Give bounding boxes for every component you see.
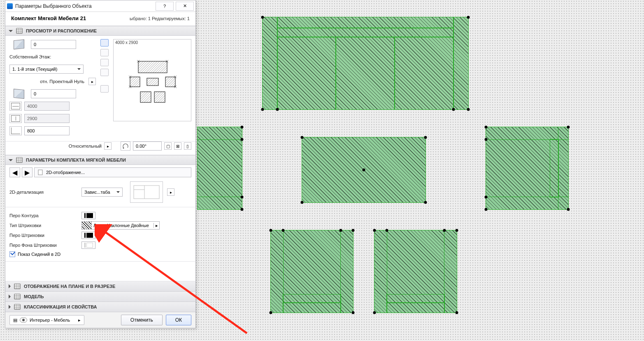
hatch-bg-pen-control[interactable] [81, 241, 95, 249]
caret-down-icon [116, 191, 120, 193]
hatch-swatch-icon [82, 222, 92, 229]
help-button[interactable]: ? [156, 2, 174, 11]
own-story-label: Собственный Этаж: [9, 54, 51, 59]
layer-selector[interactable]: ▤ Интерьер - Мебель ▸ [9, 315, 84, 325]
preview-svg [114, 47, 192, 121]
section-params-body: ◀ ▶ 2D-отображение... 2D-детализация Зав… [5, 165, 195, 262]
object-name: Комплект Мягкой Мебели 21 [11, 15, 86, 21]
svg-rect-3 [165, 77, 175, 87]
nav-path[interactable]: 2D-отображение... [34, 167, 191, 177]
chevron-right-icon [9, 295, 11, 299]
dialog-footer: ▤ Интерьер - Мебель ▸ Отменить ОК [5, 312, 195, 328]
mirror-toggle-button[interactable]: ⊠ [174, 142, 181, 150]
preview-dim: 4000 x 2900 [115, 40, 138, 45]
detail-popup-icon[interactable]: ▸ [167, 188, 174, 196]
own-story-combo[interactable]: 1. 1-й этаж (Текущий) [9, 65, 84, 74]
svg-rect-1 [138, 61, 167, 73]
view-info-button[interactable] [100, 85, 109, 93]
view-3d-button[interactable] [100, 59, 109, 66]
mirror-x-button[interactable]: ▢ [164, 142, 172, 150]
dim-y-input[interactable] [24, 114, 70, 123]
z-bottom-input[interactable] [31, 89, 76, 98]
ok-button[interactable]: ОК [166, 315, 191, 325]
preview-box: 4000 x 2900 [113, 39, 191, 121]
svg-rect-2 [130, 77, 140, 87]
dim-z-input[interactable] [24, 126, 70, 135]
section-model-head[interactable]: МОДЕЛЬ [5, 292, 195, 302]
nav-crumb: 2D-отображение... [46, 170, 85, 175]
section-icon [16, 157, 23, 163]
rotation-input[interactable] [133, 142, 162, 151]
svg-rect-5 [140, 92, 151, 102]
page-icon [38, 169, 43, 175]
hatch-arrow-icon: ▸ [153, 223, 159, 228]
dim-y-icon [9, 114, 22, 123]
detail-label: 2D-детализация [9, 190, 77, 195]
mirror-y-button[interactable]: ▯ [184, 142, 191, 150]
show-seats-checkbox[interactable] [9, 251, 15, 257]
section-preview-head[interactable]: ПРОСМОТР И РАСПОЛОЖЕНИЕ [5, 26, 195, 36]
layer-name: Интерьер - Мебель [30, 318, 70, 322]
titlebar[interactable]: Параметры Выбранного Объекта ? ✕ [5, 0, 195, 12]
rotation-label: Относительный [69, 144, 102, 148]
svg-rect-4 [147, 78, 158, 86]
detail-combo[interactable]: Завис...таба [81, 188, 123, 197]
dialog-title: Параметры Выбранного Объекта [15, 3, 153, 9]
preview-mode-tools [100, 39, 109, 136]
armchair-bottom-right[interactable] [374, 230, 457, 313]
rotation-icon [121, 142, 130, 151]
detail-preview[interactable] [130, 181, 163, 203]
z-top-input[interactable] [31, 40, 76, 49]
section-classif-head[interactable]: КЛАССИФИКАЦИЯ И СВОЙСТВА [5, 302, 195, 312]
view-2d-button[interactable] [100, 39, 109, 46]
nav-back-button[interactable]: ◀ [9, 167, 20, 177]
close-button[interactable]: ✕ [176, 2, 194, 11]
armchair-right[interactable] [486, 127, 568, 209]
view-front-button[interactable] [100, 49, 109, 56]
cancel-button[interactable]: Отменить [121, 315, 163, 325]
object-settings-dialog: Параметры Выбранного Объекта ? ✕ Комплек… [5, 0, 196, 328]
section-icon [14, 294, 21, 299]
contour-pen-control[interactable] [81, 212, 95, 219]
eye-icon [20, 318, 27, 322]
elevation-bottom-icon [14, 89, 24, 99]
proj-zero-popup-icon[interactable]: ▸ [88, 78, 96, 85]
svg-rect-6 [154, 92, 165, 102]
detail-value: Завис...таба [84, 190, 110, 195]
armchair-bottom-left[interactable] [271, 230, 353, 313]
section-preview-body: Собственный Этаж: 1. 1-й этаж (Текущий) … [5, 36, 195, 142]
app-icon [7, 3, 13, 9]
svg-rect-20 [38, 170, 42, 175]
svg-marker-19 [123, 148, 124, 149]
sofa-top[interactable] [263, 17, 468, 109]
chevron-down-icon [9, 30, 13, 32]
view-list-button[interactable] [100, 69, 109, 76]
subtitle-bar: Комплект Мягкой Мебели 21 ыбрано: 1 Реда… [5, 12, 195, 26]
dim-z-icon [9, 126, 22, 135]
hatch-type-control[interactable]: Линии Наклонные Двойные ▸ [81, 221, 160, 230]
section-params-head[interactable]: ПАРАМЕТРЫ КОМПЛЕКТА МЯГКОЙ МЕБЕЛИ [5, 155, 195, 165]
section-plan-title: ОТОБРАЖЕНИЕ НА ПЛАНЕ И В РАЗРЕЗЕ [24, 284, 115, 289]
show-seats-label: Показ Сидений в 2D [18, 252, 60, 257]
own-story-value: 1. 1-й этаж (Текущий) [12, 67, 57, 72]
hatch-pen-label: Перо Штриховки [9, 233, 77, 238]
nav-fwd-button[interactable]: ▶ [22, 167, 33, 177]
section-params-title: ПАРАМЕТРЫ КОМПЛЕКТА МЯГКОЙ МЕБЕЛИ [26, 158, 126, 162]
caret-down-icon [77, 68, 81, 70]
chevron-down-icon [9, 159, 13, 161]
dim-x-input[interactable] [24, 102, 70, 111]
hatch-type-label: Тип Штриховки [9, 223, 77, 228]
rotation-popup-icon[interactable]: ▸ [104, 142, 112, 150]
section-plan-head[interactable]: ОТОБРАЖЕНИЕ НА ПЛАНЕ И В РАЗРЕЗЕ [5, 281, 195, 292]
rotation-row: Относительный ▸ ▢ ⊠ ▯ [5, 142, 195, 155]
armchair-left[interactable] [198, 127, 242, 209]
section-preview-title: ПРОСМОТР И РАСПОЛОЖЕНИЕ [26, 28, 97, 33]
hatch-pen-control[interactable] [81, 232, 95, 239]
contour-pen-label: Перо Контура [9, 213, 77, 218]
dim-x-icon [9, 102, 22, 111]
chevron-right-icon [9, 305, 11, 309]
proj-zero-label: отн. Проектный Нуль [19, 79, 84, 84]
table-center[interactable] [302, 137, 425, 202]
section-icon [14, 304, 21, 310]
section-icon [14, 283, 21, 289]
